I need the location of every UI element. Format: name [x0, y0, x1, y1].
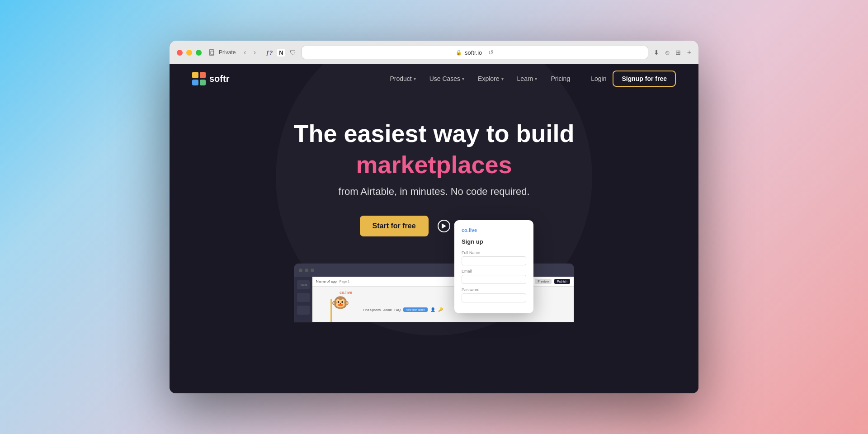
dot-1 — [299, 269, 302, 272]
logo-square-1 — [192, 72, 198, 78]
email-label: Email — [462, 269, 526, 274]
new-tab-icon[interactable]: + — [687, 48, 691, 57]
browser-actions: ⬇ ⎋ ⊞ + — [654, 48, 691, 57]
add-space-btn[interactable]: Add your space — [403, 307, 428, 312]
notion-icon[interactable]: N — [277, 49, 285, 57]
svg-marker-2 — [442, 223, 446, 229]
nav-product[interactable]: Product ▾ — [384, 71, 421, 86]
private-label: Private — [219, 49, 236, 56]
browser-chrome: Private ‹ › ƒ? N 🛡 🔒 softr.io ↺ ⬇ ⎋ ⊞ + — [170, 41, 698, 64]
page-name-label: Page 1 — [340, 280, 349, 283]
full-name-input[interactable] — [462, 256, 526, 265]
user-icon: 👤 — [430, 307, 435, 312]
signup-card-domain: co.live — [462, 227, 526, 233]
private-mode: Private — [209, 49, 236, 56]
hero-title-line1: The easiest way to build — [293, 120, 574, 147]
logo-square-4 — [200, 80, 206, 86]
screenshot-sidebar: Pages — [294, 277, 312, 322]
signup-card-title: Sign up — [462, 238, 526, 245]
chevron-down-icon: ▾ — [501, 76, 504, 81]
login-link[interactable]: Login — [585, 71, 613, 86]
email-input[interactable] — [462, 275, 526, 284]
browser-window: Private ‹ › ƒ? N 🛡 🔒 softr.io ↺ ⬇ ⎋ ⊞ + — [170, 41, 698, 393]
reload-icon[interactable]: ↺ — [488, 49, 494, 56]
logo[interactable]: softr — [192, 72, 229, 85]
dot-2 — [305, 269, 308, 272]
grid-icon[interactable]: ⊞ — [675, 49, 681, 56]
dot-3 — [311, 269, 314, 272]
traffic-lights — [177, 50, 202, 56]
hero-subtitle: from Airtable, in minutes. No code requi… — [338, 186, 529, 198]
svg-rect-0 — [209, 50, 214, 55]
nav-pricing[interactable]: Pricing — [545, 71, 576, 86]
share-icon[interactable]: ⎋ — [665, 49, 669, 56]
password-label: Password — [462, 288, 526, 292]
nav-use-cases[interactable]: Use Cases ▾ — [424, 71, 470, 86]
shield-icon[interactable]: 🛡 — [290, 49, 296, 56]
publish-btn[interactable]: Publish — [554, 279, 570, 284]
preview-btn[interactable]: Preview — [535, 279, 552, 284]
app-name-label: Name of app — [316, 279, 337, 283]
nav-explore[interactable]: Explore ▾ — [472, 71, 509, 86]
hero-title-highlight: marketplaces — [356, 151, 512, 179]
mailchimp-icon: 🐵 — [331, 294, 349, 311]
forward-button[interactable]: › — [251, 47, 259, 58]
private-icon — [209, 49, 216, 56]
sidebar-pages: Pages — [297, 280, 310, 289]
logo-square-3 — [192, 80, 198, 86]
function-icon[interactable]: ƒ? — [266, 49, 273, 56]
chevron-down-icon: ▾ — [414, 76, 416, 81]
sidebar-item-2 — [297, 293, 310, 302]
browser-toolbar-icons: ƒ? N 🛡 — [266, 49, 296, 57]
svg-rect-1 — [211, 51, 214, 55]
signup-card: co.live Sign up Full Name Email Password — [454, 220, 533, 313]
nav-learn[interactable]: Learn ▾ — [512, 71, 543, 86]
sidebar-item-3 — [297, 306, 310, 315]
hero-section: The easiest way to build marketplaces fr… — [170, 93, 698, 393]
full-name-label: Full Name — [462, 250, 526, 255]
logo-square-2 — [200, 72, 206, 78]
play-icon — [438, 220, 450, 232]
lock-icon: 🔒 — [456, 50, 462, 56]
signup-button[interactable]: Signup for free — [613, 71, 676, 87]
logo-text: softr — [209, 74, 229, 84]
key-icon: 🔑 — [438, 307, 443, 312]
chevron-down-icon: ▾ — [535, 76, 537, 81]
website-content: softr Product ▾ Use Cases ▾ Explore ▾ Le… — [170, 64, 698, 393]
traffic-light-green[interactable] — [196, 50, 202, 56]
start-free-button[interactable]: Start for free — [360, 216, 429, 236]
password-input[interactable] — [462, 293, 526, 302]
screenshot-toolbar: Name of app Page 1 🖥 ⬜ 📱 Preview Publish — [312, 277, 574, 287]
find-spaces-link: Find Spaces — [363, 308, 381, 311]
chevron-down-icon: ▾ — [462, 76, 464, 81]
address-bar[interactable]: 🔒 softr.io ↺ — [302, 46, 648, 59]
screenshots-area: Pages Name of app Page 1 🖥 ⬜ — [294, 264, 574, 322]
nav-links: Product ▾ Use Cases ▾ Explore ▾ Learn ▾ … — [384, 71, 576, 86]
about-link: About — [383, 308, 392, 311]
logo-icon — [192, 72, 206, 85]
url-text: softr.io — [465, 49, 482, 56]
screenshot-canvas: co.live Find Spaces About FAQ Add your s… — [312, 287, 574, 316]
download-icon[interactable]: ⬇ — [654, 49, 659, 56]
main-nav: softr Product ▾ Use Cases ▾ Explore ▾ Le… — [170, 64, 698, 93]
faq-link: FAQ — [394, 308, 401, 311]
traffic-light-yellow[interactable] — [186, 50, 192, 56]
nav-buttons: ‹ › — [241, 47, 259, 58]
back-button[interactable]: ‹ — [241, 47, 249, 58]
traffic-light-red[interactable] — [177, 50, 183, 56]
screenshot-main-area: Name of app Page 1 🖥 ⬜ 📱 Preview Publish — [312, 277, 574, 322]
